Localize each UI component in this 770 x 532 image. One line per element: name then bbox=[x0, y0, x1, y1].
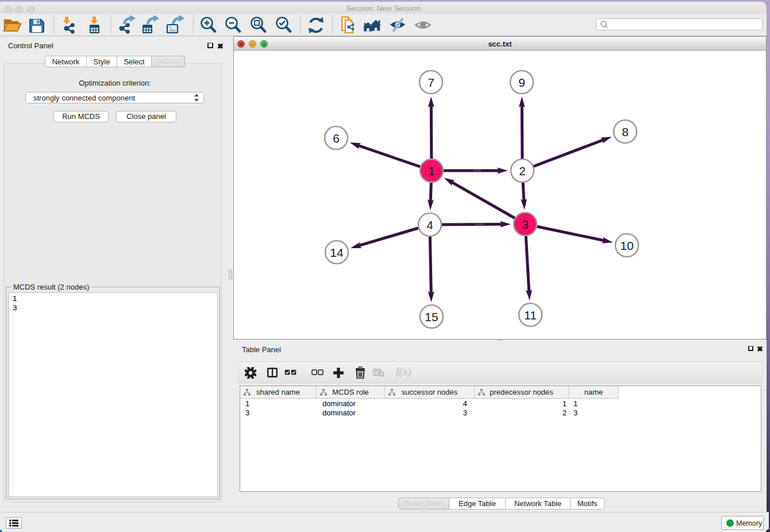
svg-text:3: 3 bbox=[522, 218, 529, 231]
svg-text:10: 10 bbox=[620, 239, 633, 252]
svg-text:15: 15 bbox=[425, 310, 438, 323]
svg-text:11: 11 bbox=[524, 309, 537, 322]
svg-text:4: 4 bbox=[426, 218, 433, 232]
svg-text:6: 6 bbox=[333, 132, 340, 145]
svg-text:9: 9 bbox=[518, 76, 525, 89]
svg-text:1: 1 bbox=[428, 164, 435, 178]
svg-text:8: 8 bbox=[622, 125, 629, 138]
svg-text:14: 14 bbox=[330, 246, 344, 259]
svg-text:7: 7 bbox=[428, 76, 434, 89]
svg-text:2: 2 bbox=[519, 164, 526, 178]
